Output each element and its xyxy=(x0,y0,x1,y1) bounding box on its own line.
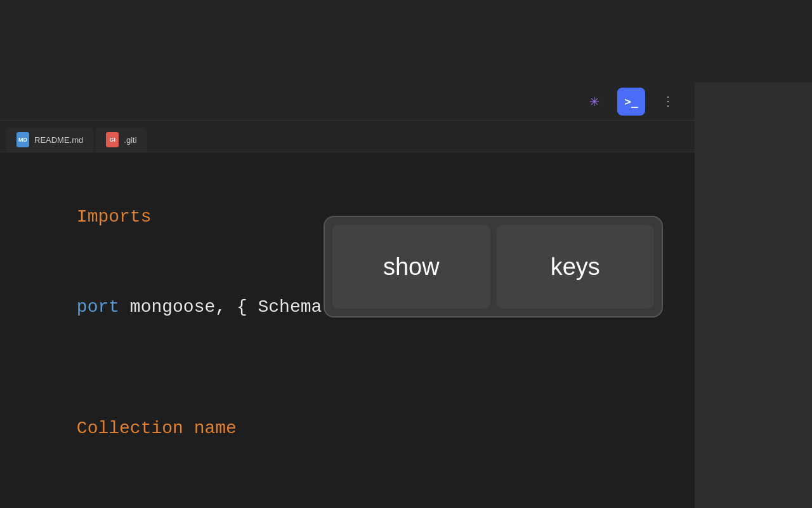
tab-label-readme: README.md xyxy=(34,135,83,145)
tab-icon-gitignore: GI xyxy=(106,132,119,147)
schema-identifier: Schema xyxy=(258,297,333,317)
import-keyword: port xyxy=(77,297,119,317)
tab-label-gitignore: .giti xyxy=(124,135,136,145)
tab-gitignore[interactable]: GI .giti xyxy=(96,128,147,152)
toolbar: ✳ >_ ⋮ xyxy=(0,83,695,121)
autocomplete-show-label: show xyxy=(383,253,440,281)
collection-comment-line: Collection name xyxy=(0,383,695,474)
snowflake-icon: ✳ xyxy=(589,93,599,110)
terminal-button[interactable]: >_ xyxy=(617,88,645,116)
tabs-row: MD README.md GI .giti xyxy=(0,121,695,152)
more-icon: ⋮ xyxy=(662,93,675,109)
tab-readme[interactable]: MD README.md xyxy=(6,128,93,152)
autocomplete-show[interactable]: show xyxy=(332,225,490,309)
export-collection-line: port const collection = 'Product' xyxy=(0,474,695,508)
top-area xyxy=(0,0,812,83)
autocomplete-keys[interactable]: keys xyxy=(497,225,655,309)
autocomplete-keys-label: keys xyxy=(551,253,600,281)
right-sidebar xyxy=(695,83,812,508)
tab-icon-readme: MD xyxy=(16,132,29,147)
autocomplete-popup: show keys xyxy=(324,216,663,318)
imports-comment: Imports xyxy=(77,207,152,227)
more-button[interactable]: ⋮ xyxy=(654,88,682,116)
collection-comment: Collection name xyxy=(77,418,237,438)
brace-open: { xyxy=(237,297,258,317)
code-area: Imports port mongoose, { Schema } from '… xyxy=(0,152,695,508)
mongoose-identifier: mongoose, xyxy=(119,297,237,317)
empty-line-1 xyxy=(0,353,695,384)
snowflake-button[interactable]: ✳ xyxy=(580,88,608,116)
terminal-icon: >_ xyxy=(624,95,638,108)
